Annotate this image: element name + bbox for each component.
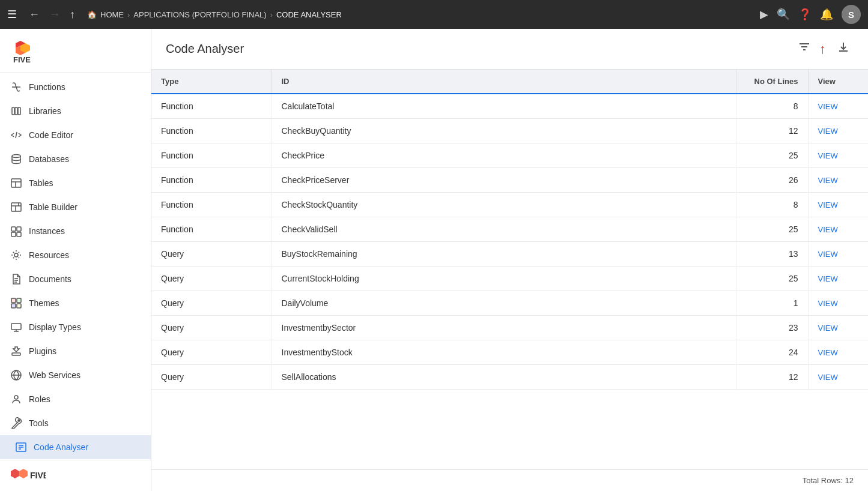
download-button[interactable]	[833, 38, 854, 59]
cell-view-10[interactable]: VIEW	[808, 340, 868, 365]
breadcrumb-home[interactable]: HOME	[100, 10, 124, 19]
sidebar-label-resources: Resources	[29, 250, 69, 260]
view-link-6[interactable]: VIEW	[818, 250, 838, 259]
back-button[interactable]: ←	[26, 6, 42, 23]
view-link-10[interactable]: VIEW	[818, 348, 838, 357]
cell-view-3[interactable]: VIEW	[808, 168, 868, 193]
sidebar-item-display-types[interactable]: Display Types	[0, 315, 151, 339]
sidebar-label-table-builder: Table Builder	[29, 202, 77, 212]
col-header-view[interactable]: View	[808, 70, 868, 94]
five-logo-icon: FIVE	[10, 38, 36, 65]
svg-point-18	[14, 253, 18, 257]
sidebar-item-web-services[interactable]: Web Services	[0, 363, 151, 387]
sidebar: FIVE Functions Libraries	[0, 29, 151, 491]
cell-type-3: Function	[151, 168, 272, 193]
themes-icon	[10, 297, 23, 310]
filter-button[interactable]	[794, 38, 815, 59]
view-link-4[interactable]: VIEW	[818, 200, 838, 209]
cell-view-7[interactable]: VIEW	[808, 267, 868, 291]
cell-view-0[interactable]: VIEW	[808, 94, 868, 119]
display-types-icon	[10, 321, 23, 334]
sidebar-item-roles[interactable]: Roles	[0, 387, 151, 411]
svg-rect-4	[18, 107, 20, 115]
sidebar-item-functions[interactable]: Functions	[0, 75, 151, 99]
sidebar-item-themes[interactable]: Themes	[0, 291, 151, 315]
cell-id-10: InvestmentbyStock	[272, 340, 736, 365]
cell-view-9[interactable]: VIEW	[808, 316, 868, 340]
view-link-5[interactable]: VIEW	[818, 225, 838, 234]
col-header-id[interactable]: ID	[272, 70, 736, 94]
sidebar-item-tools[interactable]: Tools	[0, 411, 151, 435]
sidebar-label-functions: Functions	[29, 82, 65, 92]
table-row: Function CheckStockQuantity 8 VIEW	[151, 193, 868, 217]
cell-view-11[interactable]: VIEW	[808, 365, 868, 390]
hamburger-menu[interactable]: ☰	[7, 8, 17, 21]
total-rows-label: Total Rows: 12	[803, 476, 854, 485]
cell-view-2[interactable]: VIEW	[808, 143, 868, 168]
library-icon	[10, 104, 23, 118]
cell-id-3: CheckPriceServer	[272, 168, 736, 193]
notification-button[interactable]: 🔔	[820, 8, 833, 21]
breadcrumb-apps[interactable]: APPLICATIONS (PORTFOLIO FINAL)	[133, 10, 266, 19]
view-link-1[interactable]: VIEW	[818, 127, 838, 136]
svg-rect-7	[11, 179, 21, 187]
view-link-0[interactable]: VIEW	[818, 102, 838, 111]
sidebar-item-code-editor[interactable]: Code Editor	[0, 123, 151, 147]
forward-button[interactable]: →	[47, 6, 62, 23]
sidebar-label-documents: Documents	[29, 274, 71, 284]
cell-view-8[interactable]: VIEW	[808, 291, 868, 316]
cell-lines-5: 25	[736, 217, 808, 242]
home-icon: 🏠	[87, 10, 97, 19]
sidebar-item-databases[interactable]: Databases	[0, 147, 151, 171]
sidebar-label-libraries: Libraries	[29, 106, 61, 116]
svg-marker-43	[11, 469, 19, 478]
search-button[interactable]: 🔍	[777, 8, 790, 21]
sidebar-item-libraries[interactable]: Libraries	[0, 99, 151, 123]
col-header-no-of-lines[interactable]: No Of Lines	[736, 70, 808, 94]
col-header-type[interactable]: Type	[151, 70, 272, 94]
sidebar-label-roles: Roles	[29, 394, 50, 404]
cell-lines-4: 8	[736, 193, 808, 217]
five-footer-logo: FIVE	[10, 468, 46, 482]
sidebar-item-plugins[interactable]: Plugins	[0, 339, 151, 363]
cell-view-5[interactable]: VIEW	[808, 217, 868, 242]
tables-icon	[10, 176, 23, 190]
sidebar-item-table-builder[interactable]: Table Builder	[0, 195, 151, 219]
view-link-2[interactable]: VIEW	[818, 151, 838, 160]
view-link-3[interactable]: VIEW	[818, 176, 838, 185]
sidebar-label-display-types: Display Types	[29, 322, 81, 332]
sidebar-item-tables[interactable]: Tables	[0, 171, 151, 195]
view-link-8[interactable]: VIEW	[818, 299, 838, 308]
cell-view-4[interactable]: VIEW	[808, 193, 868, 217]
resources-icon	[10, 249, 23, 262]
cell-type-1: Function	[151, 119, 272, 143]
sidebar-item-resources[interactable]: Resources	[0, 243, 151, 267]
databases-icon	[10, 152, 23, 166]
avatar[interactable]: S	[842, 5, 861, 24]
sidebar-item-instances[interactable]: Instances	[0, 219, 151, 243]
up-button[interactable]: ↑	[67, 6, 77, 23]
sidebar-sub-item-code-analyser[interactable]: Code Analyser	[0, 435, 151, 459]
help-button[interactable]: ❓	[798, 8, 812, 21]
svg-rect-25	[17, 304, 21, 308]
cell-lines-9: 23	[736, 316, 808, 340]
view-link-7[interactable]: VIEW	[818, 274, 838, 283]
sidebar-item-documents[interactable]: Documents	[0, 267, 151, 291]
cell-lines-1: 12	[736, 119, 808, 143]
cell-type-6: Query	[151, 242, 272, 267]
table-row: Query CurrentStockHolding 25 VIEW	[151, 267, 868, 291]
cell-type-8: Query	[151, 291, 272, 316]
play-button[interactable]: ▶	[760, 8, 768, 21]
table-row: Function CheckBuyQuantity 12 VIEW	[151, 119, 868, 143]
web-services-icon	[10, 369, 23, 382]
cell-view-1[interactable]: VIEW	[808, 119, 868, 143]
view-link-9[interactable]: VIEW	[818, 324, 838, 333]
svg-rect-26	[11, 324, 21, 330]
table-row: Query SellAllocations 12 VIEW	[151, 365, 868, 390]
cell-view-6[interactable]: VIEW	[808, 242, 868, 267]
breadcrumb-sep-1: ›	[127, 10, 130, 19]
cell-id-5: CheckValidSell	[272, 217, 736, 242]
view-link-11[interactable]: VIEW	[818, 373, 838, 382]
table-builder-icon	[10, 200, 23, 214]
table-header-row: Type ID No Of Lines View	[151, 70, 868, 94]
